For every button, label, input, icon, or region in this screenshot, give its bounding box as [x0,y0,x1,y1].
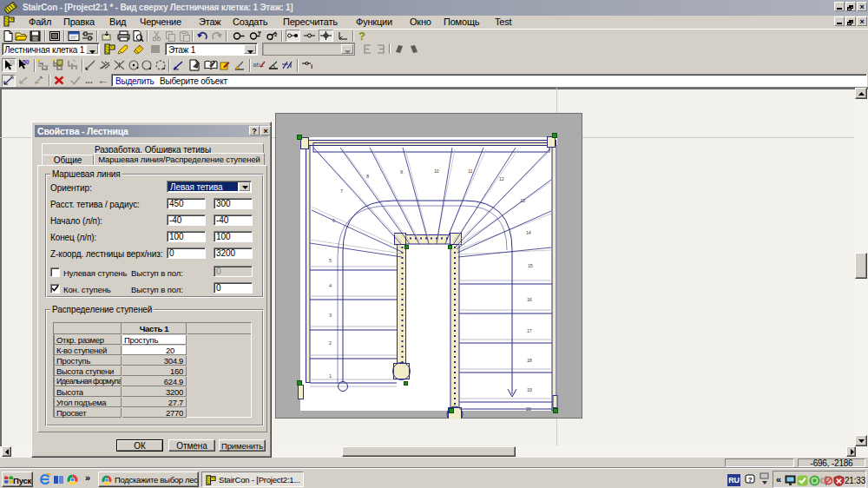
svg-text:13: 13 [520,198,525,203]
svg-text:ab: ab [253,61,260,69]
svg-text:18: 18 [527,358,532,363]
svg-text:17: 17 [527,328,532,333]
svg-text:?: ? [358,30,365,42]
svg-text:14: 14 [526,230,531,235]
svg-text:15: 15 [528,263,533,268]
svg-text:9: 9 [400,169,403,175]
svg-text:4: 4 [329,283,332,288]
svg-text:19: 19 [527,387,532,392]
svg-text:20: 20 [526,406,531,412]
svg-text:1: 1 [329,373,332,379]
svg-text:3: 3 [329,313,332,318]
svg-text:5: 5 [329,258,332,263]
svg-text:6: 6 [332,218,335,223]
svg-text:11: 11 [468,168,472,174]
svg-text:16: 16 [527,297,532,302]
svg-text:i: i [311,63,312,70]
svg-text:?: ? [748,476,753,484]
svg-text:2: 2 [329,340,332,346]
svg-text:2: 2 [274,32,278,37]
svg-text:8: 8 [366,174,369,179]
svg-text:12: 12 [499,176,504,181]
svg-text:50: 50 [23,59,30,65]
svg-text:7: 7 [340,188,343,194]
svg-text:10: 10 [434,168,439,174]
